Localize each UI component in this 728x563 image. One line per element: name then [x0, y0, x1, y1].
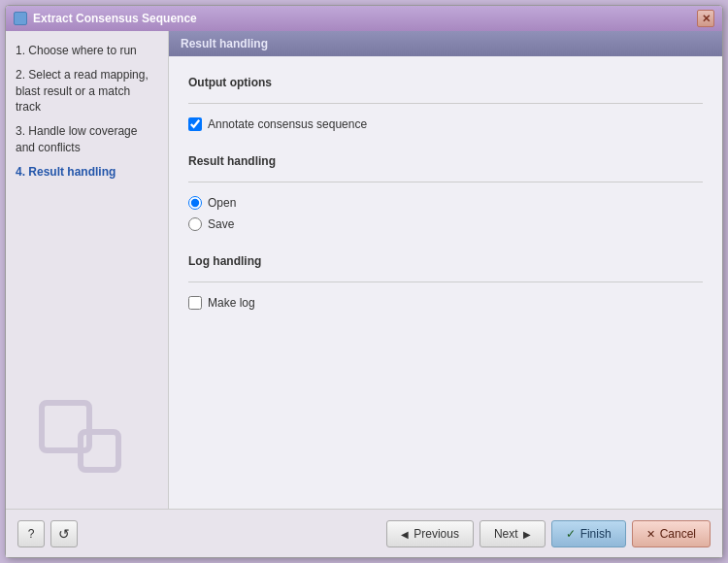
sidebar-item-handle-low[interactable]: 3. Handle low coverage and conflicts: [16, 123, 158, 156]
panel-header: Result handling: [169, 31, 722, 56]
decorative-squares: [39, 400, 136, 478]
footer-left: [17, 520, 78, 547]
window-title: Extract Consensus Sequence: [33, 12, 197, 25]
close-button[interactable]: ✕: [697, 10, 714, 27]
app-icon: [14, 12, 27, 25]
content-area: 1. Choose where to run 2. Select a read …: [6, 31, 722, 509]
make-log-option-row: Make log: [188, 296, 703, 310]
output-options-divider: [188, 103, 703, 104]
next-label: Next: [494, 527, 518, 541]
log-handling-section: Log handling Make log: [188, 254, 703, 310]
finish-button[interactable]: Finish: [551, 520, 626, 547]
annotate-checkbox[interactable]: [188, 117, 202, 131]
make-log-checkbox[interactable]: [188, 296, 202, 310]
result-handling-divider: [188, 182, 703, 182]
cancel-label: Cancel: [660, 527, 696, 541]
question-icon: [28, 527, 35, 541]
refresh-icon: [58, 526, 70, 542]
log-handling-title: Log handling: [188, 254, 703, 272]
reset-button[interactable]: [50, 520, 78, 547]
check-icon: [566, 527, 576, 541]
annotate-option-row: Annotate consensus sequence: [188, 117, 703, 131]
title-bar: Extract Consensus Sequence ✕: [6, 6, 722, 31]
cancel-button[interactable]: Cancel: [632, 520, 711, 547]
main-window: Extract Consensus Sequence ✕ 1. Choose w…: [5, 5, 723, 558]
open-label: Open: [208, 196, 236, 210]
log-handling-divider: [188, 282, 703, 282]
arrow-right-icon: [523, 527, 531, 541]
title-bar-left: Extract Consensus Sequence: [14, 12, 197, 25]
arrow-left-icon: [401, 527, 409, 541]
x-icon: [646, 527, 655, 541]
make-log-label: Make log: [208, 296, 255, 310]
save-label: Save: [208, 217, 234, 231]
save-option-row: Save: [188, 217, 703, 231]
output-options-section: Output options Annotate consensus sequen…: [188, 76, 703, 131]
sidebar-item-result-handling[interactable]: 4. Result handling: [16, 164, 158, 181]
deco-square-2: [78, 429, 121, 473]
result-handling-section: Result handling Open Save: [188, 154, 703, 231]
finish-label: Finish: [580, 527, 612, 541]
open-option-row: Open: [188, 196, 703, 210]
sidebar: 1. Choose where to run 2. Select a read …: [6, 31, 169, 509]
panel-body: Output options Annotate consensus sequen…: [169, 56, 722, 509]
annotate-label: Annotate consensus sequence: [208, 117, 367, 131]
sidebar-item-select-read[interactable]: 2. Select a read mapping, blast result o…: [16, 67, 158, 116]
footer: Previous Next Finish Cancel: [6, 509, 722, 557]
result-handling-title: Result handling: [188, 154, 703, 172]
main-panel: Result handling Output options Annotate …: [169, 31, 722, 509]
help-button[interactable]: [17, 520, 45, 547]
sidebar-decorations: [16, 188, 158, 497]
output-options-title: Output options: [188, 76, 703, 93]
open-radio[interactable]: [188, 196, 202, 210]
previous-button[interactable]: Previous: [386, 520, 474, 547]
sidebar-item-choose-where[interactable]: 1. Choose where to run: [16, 43, 158, 59]
next-button[interactable]: Next: [480, 520, 546, 547]
footer-right: Previous Next Finish Cancel: [386, 520, 711, 547]
previous-label: Previous: [414, 527, 459, 541]
save-radio[interactable]: [188, 217, 202, 231]
